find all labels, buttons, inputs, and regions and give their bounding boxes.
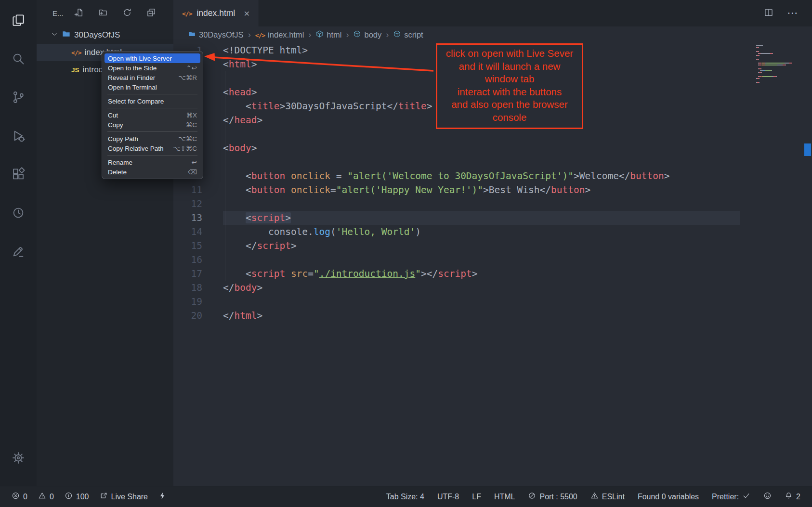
status-feedback-smiley[interactable] [763, 492, 772, 502]
menu-separator [107, 131, 197, 132]
code-line-16[interactable]: 16 [173, 253, 740, 267]
folder-root-30daysofjs[interactable]: 30DaysOfJS [37, 26, 173, 44]
breadcrumb-item-html[interactable]: html [315, 30, 341, 40]
menu-item-open-to-the-side[interactable]: Open to the Side⌃↩ [105, 63, 200, 73]
minimap-line [756, 65, 800, 65]
sidebar-actions [74, 8, 156, 19]
code-text: console.log('Hello, World') [223, 225, 740, 239]
settings-button[interactable] [0, 440, 37, 478]
minimap-line [756, 57, 800, 58]
status-encoding[interactable]: UTF-8 [437, 493, 459, 501]
bell-icon [785, 492, 793, 502]
menu-item-copy-relative-path[interactable]: Copy Relative Path⌥⇧⌘C [105, 143, 200, 153]
status-bar: 00100Live Share Tab Size: 4UTF-8LFHTMLPo… [0, 486, 812, 507]
status-warnings[interactable]: 0 [38, 492, 54, 502]
minimap-line [756, 53, 800, 54]
menu-item-reveal-in-finder[interactable]: Reveal in Finder⌥⌘R [105, 73, 200, 82]
line-number: 14 [173, 225, 202, 239]
status-live-share[interactable]: Live Share [100, 492, 148, 502]
minimap-line [756, 80, 800, 81]
error-icon [12, 492, 20, 502]
status-text: Tab Size: 4 [386, 493, 424, 501]
status-prettier[interactable]: Prettier: [712, 492, 750, 502]
code-line-19[interactable]: 19 [173, 295, 740, 309]
new-folder-icon [98, 11, 108, 19]
tab-bar: </> index.html × ⋯ [173, 0, 812, 26]
minimap[interactable] [756, 45, 800, 84]
menu-item-rename[interactable]: Rename↩ [105, 157, 200, 167]
code-line-18[interactable]: 18</body> [173, 281, 740, 295]
status-text: Live Share [111, 493, 148, 501]
activity-run-debug[interactable] [0, 117, 37, 156]
minimap-line [756, 45, 800, 46]
menu-item-cut[interactable]: Cut⌘X [105, 110, 200, 120]
code-text [223, 253, 740, 267]
breadcrumb-item-30daysofjs[interactable]: 30DaysOfJS [188, 30, 244, 40]
menu-item-delete[interactable]: Delete⌫ [105, 167, 200, 177]
close-icon[interactable]: × [244, 8, 249, 19]
menu-item-label: Copy Path [108, 135, 138, 143]
status-errors[interactable]: 0 [12, 492, 27, 502]
menu-item-open-with-live-server[interactable]: Open with Live Server [105, 53, 200, 63]
chevron-right-icon: › [248, 30, 251, 40]
activity-extensions[interactable] [0, 156, 37, 195]
code-line-10[interactable]: 10 <button onclick = "alert('Welcome to … [173, 169, 740, 183]
breadcrumb-item-index-html[interactable]: </>index.html [255, 30, 304, 39]
status-notifications[interactable]: 2 [785, 492, 800, 502]
minimap-line [756, 70, 800, 71]
menu-item-open-in-terminal[interactable]: Open in Terminal [105, 82, 200, 92]
menu-item-shortcut: ↩ [192, 158, 197, 166]
check-icon [742, 492, 750, 502]
activity-search[interactable] [0, 40, 37, 79]
new-folder-button[interactable] [98, 8, 108, 19]
activity-feedback[interactable] [0, 233, 37, 272]
status-quick-action[interactable] [158, 492, 167, 502]
info-icon [65, 492, 73, 502]
tab-label: index.html [196, 8, 235, 18]
activity-source-control[interactable] [0, 79, 37, 117]
smiley-icon [763, 492, 772, 502]
code-line-7[interactable]: 7 [173, 127, 740, 141]
breadcrumb-item-script[interactable]: script [393, 30, 423, 40]
overview-ruler-marker [804, 143, 811, 156]
tab-index-html[interactable]: </> index.html × [173, 0, 259, 26]
status-info[interactable]: 100 [65, 492, 89, 502]
code-text [223, 155, 740, 169]
status-port[interactable]: Port : 5500 [528, 492, 577, 502]
status-eslint[interactable]: ESLint [590, 492, 625, 502]
code-text: </html> [223, 309, 740, 323]
minimap-line [756, 68, 800, 69]
menu-item-label: Select for Compare [108, 98, 164, 105]
status-eol[interactable]: LF [472, 493, 481, 501]
status-tab-size[interactable]: Tab Size: 4 [386, 493, 424, 501]
editor-actions: ⋯ [764, 0, 812, 26]
code-line-8[interactable]: 8<body> [173, 141, 740, 155]
menu-item-copy-path[interactable]: Copy Path⌥⌘C [105, 134, 200, 143]
code-line-12[interactable]: 12 [173, 197, 740, 211]
split-editor-icon[interactable] [764, 8, 773, 19]
code-line-20[interactable]: 20</html> [173, 309, 740, 323]
collapse-all-button[interactable] [146, 8, 156, 19]
debug-icon [11, 129, 26, 145]
minimap-line [756, 72, 800, 73]
code-line-15[interactable]: 15 </script> [173, 239, 740, 253]
new-file-button[interactable] [74, 8, 84, 19]
status-language-mode[interactable]: HTML [494, 493, 515, 501]
status-text: Port : 5500 [539, 493, 577, 501]
refresh-button[interactable] [122, 8, 132, 19]
code-line-17[interactable]: 17 <script src="./introduction.js"></scr… [173, 267, 740, 281]
code-line-9[interactable]: 9 [173, 155, 740, 169]
activity-history[interactable] [0, 195, 37, 233]
menu-item-select-for-compare[interactable]: Select for Compare [105, 96, 200, 106]
menu-item-copy[interactable]: Copy⌘C [105, 120, 200, 130]
breadcrumb-item-body[interactable]: body [353, 30, 381, 40]
status-bar-right: Tab Size: 4UTF-8LFHTMLPort : 5500ESLintF… [386, 492, 800, 502]
code-line-11[interactable]: 11 <button onclick="alert('Happy New Yea… [173, 183, 740, 197]
code-text: <script> [223, 211, 740, 225]
activity-explorer[interactable] [0, 2, 37, 40]
annotation-line: interact with the buttons [438, 86, 581, 99]
code-line-13[interactable]: 13 <script> [173, 211, 740, 225]
more-actions-icon[interactable]: ⋯ [787, 8, 799, 19]
code-line-14[interactable]: 14 console.log('Hello, World') [173, 225, 740, 239]
status-variables[interactable]: Found 0 variables [638, 493, 699, 501]
